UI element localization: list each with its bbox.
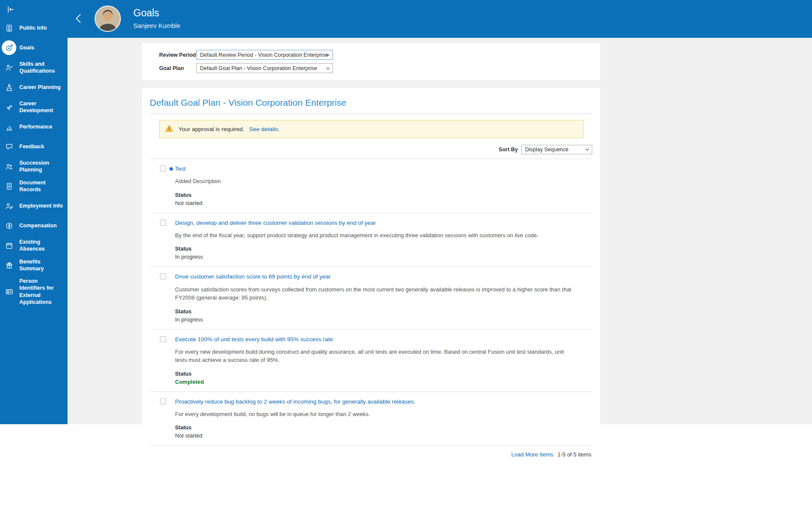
- succession-people-icon: [2, 159, 16, 174]
- status-label: Status: [175, 425, 588, 431]
- goal-description: Customer satisfaction scores from survey…: [175, 285, 577, 302]
- page-subtitle: Sanjeev Kumble: [133, 22, 180, 29]
- sidebar-item-label: Goals: [19, 44, 34, 51]
- sidebar-nav: Public Info Goals Skills and Qualificati…: [0, 18, 68, 308]
- sidebar-item-label: Career Development: [19, 100, 64, 114]
- sidebar-item-employment-info[interactable]: Employment Info: [0, 196, 68, 216]
- chevron-down-icon: [326, 53, 330, 57]
- see-details-link[interactable]: See details.: [249, 126, 280, 132]
- new-indicator-dot: [169, 167, 173, 171]
- skills-person-check-icon: [2, 60, 16, 75]
- review-period-value: Default Review Period - Vision Corporati…: [200, 52, 328, 58]
- sidebar-item-document-records[interactable]: Document Records: [0, 176, 68, 196]
- goal-plan-label: Goal Plan: [159, 65, 196, 71]
- goal-list: Test Added Description Status Not starte…: [150, 159, 592, 446]
- goal-item: Execute 100% of unit tests every build w…: [150, 330, 592, 392]
- goal-item: Drive customer satisfaction score to 89 …: [150, 267, 592, 329]
- warning-icon: [165, 124, 174, 134]
- performance-bar-chart-icon: [2, 119, 16, 134]
- chevron-down-icon: [326, 66, 330, 70]
- document-icon: [2, 179, 16, 193]
- sidebar-item-label: Public Info: [19, 24, 47, 31]
- goal-description: By the end of the fiscal year, support p…: [175, 231, 577, 240]
- sort-by-select[interactable]: Display Sequence: [521, 145, 592, 154]
- status-label: Status: [175, 371, 588, 377]
- goal-item: Test Added Description Status Not starte…: [150, 159, 592, 213]
- goal-title-link[interactable]: Drive customer satisfaction score to 89 …: [175, 273, 331, 280]
- avatar: [95, 6, 121, 32]
- goal-item: Design, develop and deliver three custom…: [150, 213, 592, 267]
- sidebar-item-goals[interactable]: Goals: [0, 38, 68, 58]
- sidebar: Public Info Goals Skills and Qualificati…: [0, 0, 68, 424]
- sort-row: Sort By Display Sequence: [150, 145, 592, 154]
- sidebar-item-feedback[interactable]: Feedback: [0, 137, 68, 156]
- filters-panel: Review Period Default Review Period - Vi…: [142, 43, 600, 80]
- sidebar-item-label: Performance: [19, 123, 52, 130]
- sidebar-item-person-identifiers[interactable]: Person Identifiers for External Applicat…: [0, 275, 68, 308]
- goal-checkbox[interactable]: [160, 165, 166, 171]
- page-header: Goals Sanjeev Kumble: [0, 0, 812, 38]
- sidebar-item-career-planning[interactable]: Career Planning: [0, 77, 68, 97]
- goal-plan-panel: Default Goal Plan - Vision Corporation E…: [142, 88, 600, 465]
- sidebar-item-label: Person Identifiers for External Applicat…: [19, 278, 64, 306]
- load-more-items-link[interactable]: Load More Items: [511, 451, 554, 458]
- goal-plan-value: Default Goal Plan - Vision Corporation E…: [200, 65, 317, 71]
- sidebar-collapse-button[interactable]: [5, 4, 16, 15]
- goal-checkbox[interactable]: [160, 273, 166, 279]
- goals-target-icon: [2, 40, 16, 55]
- chevron-left-icon: [74, 19, 83, 26]
- career-planning-podium-icon: [2, 80, 16, 95]
- employment-person-pencil-icon: [2, 199, 16, 213]
- page-title: Goals: [133, 7, 180, 19]
- compensation-money-icon: [2, 218, 16, 233]
- goal-title-link[interactable]: Test: [175, 165, 186, 172]
- sidebar-item-skills-and-qualifications[interactable]: Skills and Qualifications: [0, 58, 68, 77]
- status-value: Completed: [175, 379, 588, 385]
- goal-plan-select[interactable]: Default Goal Plan - Vision Corporation E…: [196, 63, 333, 73]
- sidebar-item-benefits-summary[interactable]: Benefits Summary: [0, 255, 68, 275]
- sidebar-item-label: Existing Absences: [19, 239, 64, 253]
- goal-checkbox[interactable]: [160, 398, 166, 404]
- status-value: Not started: [175, 200, 588, 206]
- items-count: 1-5 of 5 items: [557, 451, 591, 458]
- sidebar-item-label: Benefits Summary: [19, 258, 64, 272]
- review-period-select[interactable]: Default Review Period - Vision Corporati…: [196, 50, 333, 60]
- status-value: In progress: [175, 254, 588, 260]
- status-label: Status: [175, 192, 588, 198]
- public-info-badge-icon: [2, 21, 16, 35]
- career-development-plant-icon: [2, 100, 16, 114]
- divider: [150, 113, 592, 114]
- sidebar-item-label: Compensation: [19, 222, 57, 229]
- goal-plan-title: Default Goal Plan - Vision Corporation E…: [150, 98, 592, 108]
- goal-title-link[interactable]: Proactively reduce bug backlog to 2 week…: [175, 398, 415, 405]
- absences-calendar-icon: [2, 238, 16, 253]
- feedback-speech-bubble-icon: [2, 139, 16, 154]
- status-value: In progress: [175, 316, 588, 323]
- sidebar-item-label: Career Planning: [19, 84, 61, 91]
- goal-description: Added Description: [175, 177, 577, 186]
- goal-title-link[interactable]: Execute 100% of unit tests every build w…: [175, 336, 333, 343]
- sidebar-item-public-info[interactable]: Public Info: [0, 18, 68, 38]
- sidebar-item-label: Succession Planning: [19, 159, 64, 174]
- status-value: Not started: [175, 432, 588, 439]
- goal-item: Proactively reduce bug backlog to 2 week…: [150, 392, 592, 446]
- benefits-gift-icon: [2, 258, 16, 272]
- sidebar-item-label: Skills and Qualifications: [19, 61, 64, 75]
- sidebar-item-career-development[interactable]: Career Development: [0, 97, 68, 117]
- sidebar-item-label: Employment Info: [19, 202, 63, 209]
- sidebar-item-label: Feedback: [19, 143, 44, 150]
- status-label: Status: [175, 246, 588, 252]
- goal-description: For every new development build during c…: [175, 348, 577, 364]
- sidebar-item-compensation[interactable]: Compensation: [0, 216, 68, 236]
- sidebar-item-performance[interactable]: Performance: [0, 117, 68, 137]
- approval-warning-banner: Your approval is required. See details.: [159, 120, 584, 138]
- goal-checkbox[interactable]: [160, 336, 166, 342]
- back-button[interactable]: [72, 12, 85, 26]
- review-period-label: Review Period: [159, 52, 196, 58]
- sidebar-item-existing-absences[interactable]: Existing Absences: [0, 236, 68, 255]
- goal-title-link[interactable]: Design, develop and deliver three custom…: [175, 220, 376, 226]
- sidebar-item-succession-planning[interactable]: Succession Planning: [0, 156, 68, 176]
- sidebar-item-label: Document Records: [19, 179, 64, 193]
- goal-description: For every development build, no bugs wil…: [175, 410, 577, 419]
- goal-checkbox[interactable]: [160, 220, 166, 226]
